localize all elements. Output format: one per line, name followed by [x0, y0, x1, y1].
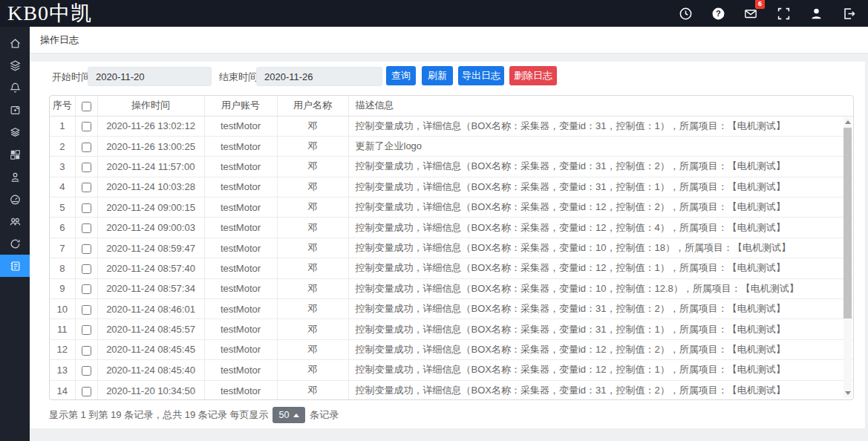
start-date-input[interactable]: [88, 67, 212, 86]
table-row[interactable]: 5 2020-11-24 09:00:15 testMotor 邓 控制变量成功…: [50, 197, 853, 218]
delete-logs-button[interactable]: 删除日志: [509, 66, 557, 85]
caret-up-icon: [293, 414, 299, 417]
row-username: 邓: [277, 136, 348, 156]
table-row[interactable]: 1 2020-11-26 13:02:12 testMotor 邓 控制变量成功…: [50, 116, 853, 136]
row-time: 2020-11-24 08:57:40: [97, 258, 204, 278]
row-username: 邓: [277, 299, 348, 319]
row-seq: 12: [50, 339, 75, 359]
row-username: 邓: [277, 197, 348, 218]
sidebar-item-alerts[interactable]: [0, 76, 30, 99]
row-description: 控制变量成功，详细信息（BOX名称：采集器，变量id：31，控制值：2），所属项…: [348, 299, 853, 319]
row-checkbox-cell: [75, 157, 97, 177]
scroll-down-icon[interactable]: [845, 391, 851, 395]
sidebar-item-home[interactable]: [0, 32, 30, 54]
table-row[interactable]: 9 2020-11-24 08:57:34 testMotor 邓 控制变量成功…: [50, 278, 853, 298]
table-row[interactable]: 14 2020-11-20 10:34:50 testMotor 邓 控制变量成…: [50, 380, 853, 400]
brand-logo[interactable]: KB0中凯: [0, 1, 92, 26]
row-checkbox[interactable]: [82, 325, 91, 335]
sidebar-item-devices[interactable]: [0, 54, 30, 76]
row-checkbox[interactable]: [82, 122, 91, 131]
topbar-icons: ? 6: [678, 6, 868, 21]
sidebar-item-monitor[interactable]: [0, 166, 30, 188]
row-description: 控制变量成功，详细信息（BOX名称：采集器，变量id：31，控制值：1），所属项…: [348, 319, 853, 339]
mail-icon[interactable]: 6: [743, 6, 758, 21]
row-seq: 2: [50, 136, 75, 156]
sidebar-item-sync[interactable]: [0, 232, 30, 255]
table-row[interactable]: 2 2020-11-26 13:00:25 testMotor 邓 更新了企业l…: [50, 136, 853, 156]
header-username: 用户名称: [277, 96, 348, 116]
row-checkbox-cell: [75, 136, 97, 156]
row-checkbox[interactable]: [82, 203, 91, 213]
sidebar: [0, 27, 30, 441]
page-size-dropdown[interactable]: 50: [273, 407, 305, 423]
clock-icon[interactable]: [678, 6, 693, 21]
row-checkbox[interactable]: [82, 244, 91, 254]
query-button[interactable]: 查询: [386, 66, 416, 85]
header-account: 用户账号: [204, 96, 277, 116]
row-description: 控制变量成功，详细信息（BOX名称：采集器，变量id：12，控制值：4），所属项…: [348, 218, 853, 238]
row-account: testMotor: [204, 116, 277, 136]
row-time: 2020-11-24 08:57:34: [97, 278, 204, 298]
end-time-label: 结束时间:: [219, 70, 261, 85]
row-seq: 11: [50, 319, 75, 339]
table-row[interactable]: 11 2020-11-24 08:45:57 testMotor 邓 控制变量成…: [50, 319, 853, 339]
row-time: 2020-11-26 13:02:12: [97, 116, 204, 136]
row-checkbox[interactable]: [82, 163, 91, 172]
row-time: 2020-11-24 09:00:15: [97, 197, 204, 218]
app-root: KB0中凯 ? 6: [0, 0, 868, 441]
table-row[interactable]: 3 2020-11-24 11:57:00 testMotor 邓 控制变量成功…: [50, 157, 853, 177]
table-row[interactable]: 6 2020-11-24 09:00:03 testMotor 邓 控制变量成功…: [50, 218, 853, 238]
row-seq: 7: [50, 238, 75, 258]
row-checkbox[interactable]: [82, 346, 91, 356]
table-row[interactable]: 10 2020-11-24 08:46:01 testMotor 邓 控制变量成…: [50, 299, 853, 319]
table-scrollbar[interactable]: [843, 117, 852, 398]
export-logs-button[interactable]: 导出日志: [458, 66, 504, 85]
row-username: 邓: [277, 238, 348, 258]
row-description: 控制变量成功，详细信息（BOX名称：采集器，变量id：31，控制值：1），所属项…: [348, 177, 853, 197]
notification-badge: 6: [755, 0, 765, 9]
refresh-button[interactable]: 刷新: [422, 66, 453, 85]
row-seq: 8: [50, 258, 75, 278]
logout-icon[interactable]: [841, 6, 856, 21]
help-icon[interactable]: ?: [711, 6, 725, 21]
row-checkbox[interactable]: [82, 305, 91, 315]
table-row[interactable]: 12 2020-11-24 08:45:45 testMotor 邓 控制变量成…: [50, 339, 853, 359]
pagination: 显示第 1 到第 19 条记录，总共 19 条记录 每页显示 50 条记录: [49, 405, 339, 425]
sidebar-item-add-app[interactable]: [0, 99, 30, 121]
page-title: 操作日志: [40, 33, 79, 47]
row-checkbox[interactable]: [82, 387, 91, 396]
scroll-up-icon[interactable]: [845, 120, 851, 124]
row-checkbox-cell: [75, 258, 97, 278]
pagination-unit: 条记录: [310, 408, 339, 422]
row-time: 2020-11-26 13:00:25: [97, 136, 204, 156]
scrollbar-thumb[interactable]: [843, 128, 852, 318]
sidebar-item-layers[interactable]: [0, 121, 30, 143]
select-all-checkbox[interactable]: [82, 102, 91, 111]
row-checkbox-cell: [75, 299, 97, 319]
fullscreen-icon[interactable]: [776, 6, 791, 21]
row-checkbox-cell: [75, 339, 97, 359]
row-seq: 1: [50, 116, 75, 136]
row-checkbox[interactable]: [82, 143, 91, 152]
row-checkbox[interactable]: [82, 223, 91, 233]
row-account: testMotor: [204, 278, 277, 298]
sidebar-item-team[interactable]: [0, 210, 30, 232]
sidebar-item-apps[interactable]: [0, 143, 30, 166]
row-checkbox[interactable]: [82, 183, 91, 192]
row-checkbox[interactable]: [82, 264, 91, 274]
row-checkbox-cell: [75, 116, 97, 136]
row-checkbox[interactable]: [82, 366, 91, 376]
pagination-summary: 显示第 1 到第 19 条记录，总共 19 条记录 每页显示: [49, 408, 268, 422]
sidebar-item-logs[interactable]: [0, 255, 30, 277]
user-icon[interactable]: [809, 6, 823, 21]
table-row[interactable]: 7 2020-11-24 08:59:47 testMotor 邓 控制变量成功…: [50, 238, 853, 258]
end-date-input[interactable]: [256, 67, 382, 86]
table-row[interactable]: 13 2020-11-24 08:45:40 testMotor 邓 控制变量成…: [50, 360, 853, 380]
table-row[interactable]: 8 2020-11-24 08:57:40 testMotor 邓 控制变量成功…: [50, 258, 853, 278]
table-header-row: 序号 操作时间 用户账号 用户名称 描述信息: [50, 96, 853, 116]
row-time: 2020-11-24 10:03:28: [97, 177, 204, 197]
table-row[interactable]: 4 2020-11-24 10:03:28 testMotor 邓 控制变量成功…: [50, 177, 853, 197]
sidebar-item-dashboard[interactable]: [0, 188, 30, 210]
row-checkbox[interactable]: [82, 284, 91, 294]
header-checkbox-cell: [75, 96, 97, 116]
